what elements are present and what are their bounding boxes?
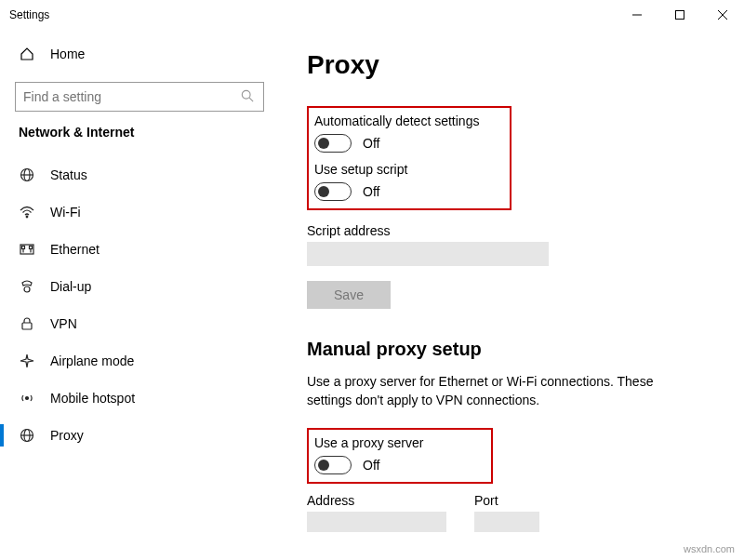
category-title: Network & Internet [15, 125, 264, 140]
sidebar-item-status[interactable]: Status [0, 156, 279, 193]
close-button[interactable] [701, 0, 744, 30]
sidebar-item-label: Wi-Fi [50, 205, 81, 220]
home-icon [19, 47, 35, 61]
sidebar-item-label: Mobile hotspot [50, 391, 135, 406]
sidebar-item-dialup[interactable]: Dial-up [0, 268, 279, 305]
sidebar-item-label: Proxy [50, 428, 84, 443]
svg-point-15 [24, 287, 30, 292]
status-icon [19, 167, 35, 183]
vpn-icon [19, 315, 35, 332]
use-proxy-label: Use a proxy server [314, 435, 482, 450]
sidebar-item-label: Dial-up [50, 279, 91, 294]
svg-point-9 [26, 216, 28, 218]
script-address-input[interactable] [307, 242, 549, 266]
auto-detect-state: Off [363, 136, 379, 151]
search-icon [241, 89, 256, 104]
sidebar-item-airplane[interactable]: Airplane mode [0, 342, 279, 380]
highlight-box-auto: Automatically detect settings Off Use se… [307, 106, 512, 210]
auto-detect-toggle[interactable] [314, 134, 352, 153]
svg-rect-1 [676, 11, 684, 20]
setup-script-state: Off [363, 184, 379, 199]
auto-detect-label: Automatically detect settings [314, 113, 500, 128]
window-title: Settings [9, 8, 49, 21]
sidebar-item-wifi[interactable]: Wi-Fi [0, 193, 279, 231]
maximize-button[interactable] [658, 0, 701, 30]
search-input[interactable] [23, 89, 241, 104]
sidebar-item-hotspot[interactable]: Mobile hotspot [0, 380, 279, 417]
home-label: Home [50, 47, 85, 61]
svg-point-17 [26, 397, 29, 400]
search-box[interactable] [15, 82, 264, 112]
sidebar-item-proxy[interactable]: Proxy [0, 417, 279, 454]
sidebar: Home Network & Internet Status Wi-Fi [0, 30, 279, 560]
port-label: Port [474, 493, 539, 508]
airplane-icon [19, 353, 35, 369]
wifi-icon [19, 204, 35, 220]
save-button[interactable]: Save [307, 281, 391, 309]
svg-point-4 [242, 90, 250, 99]
sidebar-item-label: VPN [50, 316, 77, 331]
svg-line-5 [249, 98, 253, 101]
minimize-button[interactable] [616, 0, 658, 30]
svg-rect-16 [22, 323, 32, 329]
use-proxy-state: Off [363, 458, 379, 473]
page-title: Proxy [307, 50, 716, 80]
setup-script-label: Use setup script [314, 162, 500, 177]
svg-rect-11 [22, 247, 25, 249]
setup-script-toggle[interactable] [314, 182, 352, 201]
address-label: Address [307, 493, 446, 508]
sidebar-item-vpn[interactable]: VPN [0, 305, 279, 342]
watermark: wsxdn.com [684, 543, 735, 554]
proxy-icon [19, 427, 35, 444]
svg-rect-12 [30, 247, 33, 249]
address-input[interactable] [307, 512, 446, 532]
manual-section-title: Manual proxy setup [307, 339, 716, 360]
dialup-icon [19, 278, 35, 295]
home-nav[interactable]: Home [15, 37, 264, 71]
hotspot-icon [19, 390, 35, 407]
highlight-box-manual: Use a proxy server Off [307, 428, 493, 484]
titlebar: Settings [0, 0, 744, 30]
use-proxy-toggle[interactable] [314, 456, 352, 474]
content-pane: Proxy Automatically detect settings Off … [279, 30, 744, 560]
sidebar-item-label: Status [50, 167, 87, 182]
script-address-label: Script address [307, 223, 716, 238]
nav-list: Status Wi-Fi Ethernet Dial-up VPN Airpla… [0, 156, 279, 454]
manual-section-desc: Use a proxy server for Ethernet or Wi-Fi… [307, 373, 698, 409]
port-input[interactable] [474, 512, 539, 532]
sidebar-item-label: Ethernet [50, 242, 100, 257]
sidebar-item-ethernet[interactable]: Ethernet [0, 231, 279, 268]
sidebar-item-label: Airplane mode [50, 353, 134, 368]
ethernet-icon [19, 241, 35, 258]
window-controls [616, 0, 744, 30]
